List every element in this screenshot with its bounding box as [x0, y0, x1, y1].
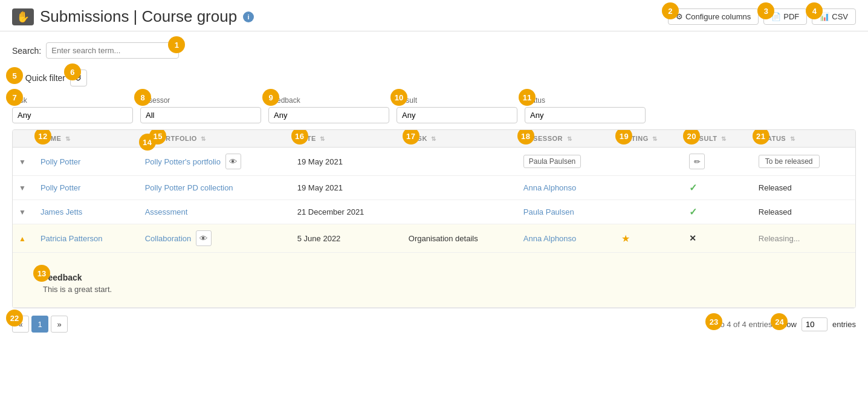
col-status[interactable]: 21 STATUS ⇅: [753, 130, 855, 148]
task-filter-select[interactable]: Any: [12, 107, 133, 123]
assessor-filter-select[interactable]: All: [140, 107, 261, 123]
status-cell: To be released: [753, 148, 855, 176]
badge-10: 10: [390, 89, 407, 106]
expand-icon[interactable]: ▼: [19, 158, 26, 166]
portfolio-cell: Polly Potter's portfolio 👁: [139, 148, 291, 176]
main-content: Search: 1 5 ▲ Quick filter 6 ↺ 7 Task: [0, 31, 868, 341]
search-input[interactable]: [46, 42, 179, 59]
collapse-icon[interactable]: ▲: [19, 235, 26, 243]
student-name-cell: James Jetts: [34, 200, 139, 224]
col-result[interactable]: 20 RESULT ⇅: [683, 130, 752, 148]
badge-13: 13: [33, 265, 50, 282]
student-name[interactable]: Polly Potter: [40, 157, 80, 166]
status-filter-select[interactable]: Any: [525, 107, 646, 123]
portfolio-link[interactable]: Collaboration: [145, 234, 192, 243]
task-cell: [403, 200, 517, 224]
expand-cell[interactable]: ▼: [13, 176, 34, 200]
result-cell: ✓: [683, 200, 752, 224]
status-cell: Released: [753, 200, 855, 224]
star-rating-icon: ★: [621, 233, 630, 244]
portfolio-sort-icon: ⇅: [201, 135, 206, 142]
status-badge: To be released: [759, 155, 820, 168]
entries-label: entries: [832, 320, 856, 329]
table-row: ▲ Patricia Patterson Collaboration 👁 5 J…: [13, 224, 855, 253]
expand-cell[interactable]: ▼: [13, 200, 34, 224]
expand-icon[interactable]: ▼: [19, 208, 26, 216]
task-cell: [403, 148, 517, 176]
assessor-badge: Paula Paulsen: [523, 155, 581, 168]
result-cell: ✕: [683, 224, 752, 253]
expand-cell[interactable]: ▲: [13, 224, 34, 253]
assessor-filter-group: 8 Assessor All: [140, 95, 261, 123]
entries-per-page-select[interactable]: 10 25 50: [802, 317, 828, 331]
result-filter-group: 10 Result Any: [397, 95, 517, 123]
info-icon[interactable]: i: [243, 11, 254, 22]
view-portfolio-button[interactable]: 👁: [225, 154, 241, 169]
submission-date: 5 June 2022: [297, 234, 341, 243]
result-cell: ✏: [683, 148, 752, 176]
status-sort-icon: ⇅: [790, 135, 795, 142]
student-name[interactable]: Polly Potter: [40, 183, 80, 192]
col-name[interactable]: 12 NAME ⇅: [34, 130, 139, 148]
task-filter-group: 7 Task Any: [12, 95, 133, 123]
configure-columns-button[interactable]: ⚙ Configure columns: [668, 8, 759, 25]
badge-7: 7: [6, 89, 23, 106]
status-filter-group: 11 Status Any: [525, 95, 646, 123]
edit-result-button[interactable]: ✏: [689, 154, 705, 169]
portfolio-link[interactable]: Assessment: [145, 207, 188, 216]
quick-filter-label: Quick filter: [25, 73, 65, 83]
page-1-button[interactable]: 1: [31, 316, 48, 333]
badge-21: 21: [753, 129, 769, 145]
feedback-title: Feedback: [43, 273, 825, 282]
portfolio-cell: Polly Potter PD collection: [139, 176, 291, 200]
expand-cell[interactable]: ▼: [13, 148, 34, 176]
badge-23: 23: [705, 313, 722, 330]
badge-8: 8: [134, 89, 151, 106]
assessor-cell: Anna Alphonso: [517, 224, 616, 253]
view-portfolio-button[interactable]: 👁: [196, 230, 212, 246]
result-check-icon: ✓: [689, 183, 697, 193]
badge-6: 6: [64, 63, 81, 80]
submission-date: 21 December 2021: [297, 207, 364, 216]
table-row: ▼ James Jetts Assessment 21 December 202…: [13, 200, 855, 224]
col-assessor[interactable]: 18 ASSESSOR ⇅: [517, 130, 616, 148]
feedback-filter-select[interactable]: Any: [268, 107, 389, 123]
next-page-button[interactable]: »: [51, 316, 68, 333]
page-header: ✋ Submissions | Course group i 2 ⚙ Confi…: [0, 0, 868, 31]
student-name-cell: Patricia Patterson: [34, 224, 139, 253]
status-text: Released: [759, 207, 792, 216]
submissions-table: 12 NAME ⇅ 14 15 PORTFOLIO ⇅: [13, 130, 855, 308]
col-task[interactable]: 17 TASK ⇅: [403, 130, 517, 148]
feedback-section: 13 Feedback This is a great start.: [19, 259, 849, 301]
task-cell: [403, 176, 517, 200]
student-name[interactable]: James Jetts: [40, 207, 82, 216]
assessor-cell: Anna Alphonso: [517, 176, 616, 200]
submission-date: 19 May 2021: [297, 157, 343, 166]
date-sort-icon: ⇅: [320, 135, 325, 142]
student-name[interactable]: Patricia Patterson: [40, 234, 103, 243]
assessor-link[interactable]: Anna Alphonso: [523, 183, 576, 192]
portfolio-link[interactable]: Polly Potter PD collection: [145, 183, 233, 192]
col-date[interactable]: 16 DATE ⇅: [291, 130, 403, 148]
date-cell: 19 May 2021: [291, 176, 403, 200]
feedback-filter-group: 9 Feedback Any: [268, 95, 389, 123]
col-rating[interactable]: 19 RATING ⇅: [615, 130, 683, 148]
assessor-link[interactable]: Paula Paulsen: [523, 207, 574, 216]
quick-filter-bar: 5 ▲ Quick filter 6 ↺: [12, 66, 856, 90]
search-bar: Search: 1: [12, 37, 856, 63]
result-filter-select[interactable]: Any: [397, 107, 517, 123]
badge-2: 2: [662, 2, 679, 19]
badge-11: 11: [519, 89, 536, 106]
title-text: Submissions | Course group: [40, 7, 237, 26]
submissions-icon: ✋: [12, 8, 34, 25]
portfolio-link[interactable]: Polly Potter's portfolio: [145, 157, 221, 166]
assessor-sort-icon: ⇅: [567, 135, 572, 142]
pagination-bar: 22 « 1 » 23 1 to 4 of 4 entries 24 Show …: [12, 308, 856, 335]
feedback-cell: 13 Feedback This is a great start.: [13, 253, 855, 308]
badge-22: 22: [6, 310, 23, 326]
col-portfolio[interactable]: 14 15 PORTFOLIO ⇅: [139, 130, 291, 148]
student-name-cell: Polly Potter: [34, 148, 139, 176]
submission-date: 19 May 2021: [297, 183, 343, 192]
assessor-link[interactable]: Anna Alphonso: [523, 234, 576, 243]
expand-icon[interactable]: ▼: [19, 184, 26, 192]
